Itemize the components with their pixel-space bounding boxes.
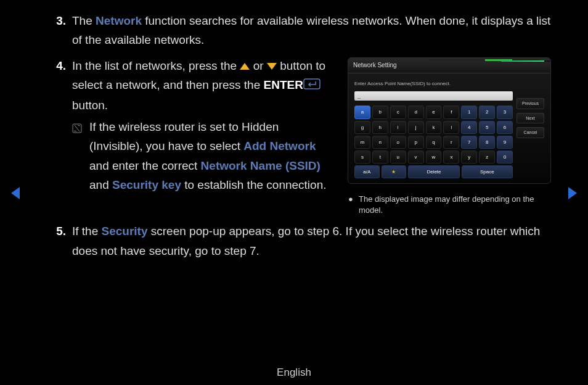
key-q[interactable]: q <box>426 136 442 149</box>
key-u[interactable]: u <box>390 151 406 164</box>
key-8[interactable]: 8 <box>479 136 495 149</box>
cancel-button[interactable]: Cancel <box>517 127 544 138</box>
step-body: In the list of networks, press the or bu… <box>72 56 551 216</box>
note: If the wireless router is set to Hidden … <box>72 117 332 194</box>
page-next-icon[interactable] <box>568 187 577 199</box>
svg-rect-0 <box>304 79 320 89</box>
step-number: 4. <box>52 56 72 216</box>
key-j[interactable]: j <box>408 121 424 134</box>
key-delete[interactable]: Delete <box>408 165 459 178</box>
text: In the list of networks, press the <box>72 59 240 72</box>
key-2[interactable]: 2 <box>479 106 495 118</box>
key-i[interactable]: i <box>390 121 406 134</box>
key-0[interactable]: 0 <box>497 151 513 164</box>
key-1[interactable]: 1 <box>461 106 477 118</box>
highlight-security: Security <box>102 225 148 238</box>
step-body: If the Security screen pop-up appears, g… <box>72 221 551 260</box>
osd-panel-column: Network Setting Enter Access Point Name(… <box>348 56 551 216</box>
key-o[interactable]: o <box>390 136 406 149</box>
key-5[interactable]: 5 <box>479 121 495 134</box>
text: If the <box>72 225 102 238</box>
step-4: 4. In the list of networks, press the or… <box>52 56 551 216</box>
text: The <box>72 14 96 27</box>
previous-button[interactable]: Previous <box>517 98 544 109</box>
enter-icon <box>303 76 321 95</box>
text: and <box>89 178 112 191</box>
key-c[interactable]: c <box>390 106 406 118</box>
key-t[interactable]: t <box>372 151 388 164</box>
osd-prompt: Enter Access Point Name(SSID) to connect… <box>354 80 513 88</box>
key-n[interactable]: n <box>372 136 388 149</box>
key-case[interactable]: a/A <box>354 165 380 178</box>
key-v[interactable]: v <box>408 151 424 164</box>
network-setting-osd: Network Setting Enter Access Point Name(… <box>348 57 551 184</box>
bullet-icon: ● <box>348 194 354 215</box>
next-button[interactable]: Next <box>517 113 544 124</box>
key-g[interactable]: g <box>354 121 370 134</box>
highlight-network: Network <box>96 14 142 27</box>
key-w[interactable]: w <box>426 151 442 164</box>
arrow-up-icon <box>240 63 250 70</box>
manual-content: 3. The Network function searches for ava… <box>0 0 588 260</box>
key-y[interactable]: y <box>461 151 477 164</box>
key-3[interactable]: 3 <box>497 106 513 118</box>
key-s[interactable]: s <box>354 151 370 164</box>
text: or <box>250 59 266 72</box>
step-number: 3. <box>52 11 72 50</box>
note-body: If the wireless router is set to Hidden … <box>89 117 332 194</box>
text: function searches for available wireless… <box>72 14 550 46</box>
osd-title: Network Setting <box>353 62 397 68</box>
highlight-ssid: Network Name (SSID) <box>201 159 321 172</box>
key-7[interactable]: 7 <box>461 136 477 149</box>
osd-keyboard: abcdef123ghijkl456mnopqr789stuvwxyz0 <box>354 106 513 164</box>
key-e[interactable]: e <box>426 106 442 118</box>
key-d[interactable]: d <box>408 106 424 118</box>
text: to establish the connection. <box>181 178 327 191</box>
key-favorite[interactable]: ★ <box>382 165 407 178</box>
note-icon <box>72 117 89 194</box>
step-3: 3. The Network function searches for ava… <box>52 11 551 50</box>
osd-keyboard-bottom: a/A ★ Delete Space <box>354 165 513 178</box>
osd-body: Enter Access Point Name(SSID) to connect… <box>348 73 550 183</box>
key-r[interactable]: r <box>443 136 459 149</box>
key-k[interactable]: k <box>426 121 442 134</box>
key-4[interactable]: 4 <box>461 121 477 134</box>
key-p[interactable]: p <box>408 136 424 149</box>
key-h[interactable]: h <box>372 121 388 134</box>
osd-title-bar: Network Setting <box>348 58 550 74</box>
text: button. <box>72 99 108 112</box>
osd-progress-tabs <box>429 58 540 62</box>
key-m[interactable]: m <box>354 136 370 149</box>
osd-side: Previous Next Cancel <box>517 80 544 178</box>
key-6[interactable]: 6 <box>497 121 513 134</box>
footer-language: English <box>0 366 588 379</box>
key-b[interactable]: b <box>372 106 388 118</box>
text: and enter the correct <box>89 159 201 172</box>
ssid-input[interactable]: _ <box>354 91 513 101</box>
key-f[interactable]: f <box>443 106 459 118</box>
key-9[interactable]: 9 <box>497 136 513 149</box>
key-space[interactable]: Space <box>462 165 513 178</box>
caption-text: The displayed image may differ depending… <box>359 194 551 215</box>
osd-caption: ● The displayed image may differ dependi… <box>348 194 551 215</box>
key-a[interactable]: a <box>354 106 370 118</box>
step-number: 5. <box>52 221 72 260</box>
osd-main: Enter Access Point Name(SSID) to connect… <box>354 80 513 178</box>
step-5: 5. If the Security screen pop-up appears… <box>52 221 551 260</box>
key-x[interactable]: x <box>443 151 459 164</box>
key-l[interactable]: l <box>443 121 459 134</box>
arrow-down-icon <box>267 63 277 70</box>
highlight-add-network: Add Network <box>243 139 316 152</box>
enter-label: ENTER <box>264 78 303 91</box>
key-z[interactable]: z <box>479 151 495 164</box>
step-4-text: In the list of networks, press the or bu… <box>72 56 332 216</box>
page-prev-icon[interactable] <box>11 187 20 199</box>
step-body: The Network function searches for availa… <box>72 11 551 50</box>
highlight-security-key: Security key <box>112 178 181 191</box>
